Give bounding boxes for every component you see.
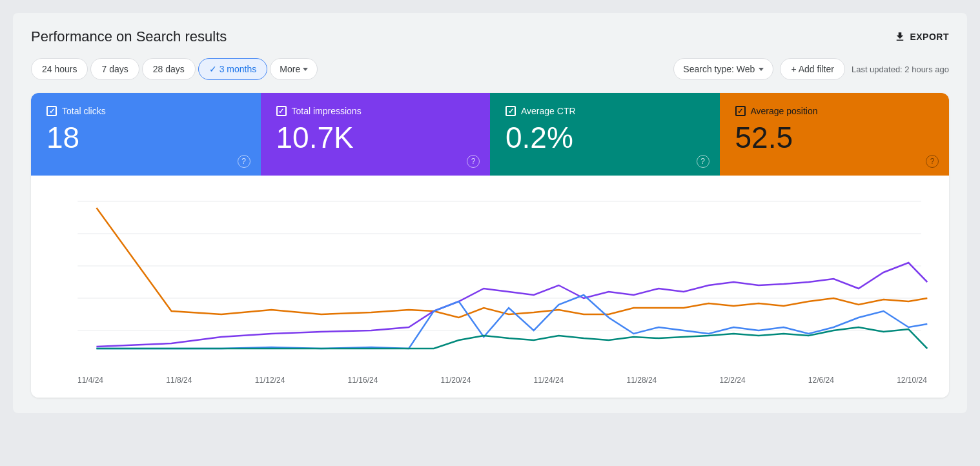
metric-ctr-label: Average CTR [505, 106, 704, 116]
time-btn-28d[interactable]: 28 days [142, 58, 196, 80]
export-icon [894, 31, 906, 43]
filter-left: 24 hours 7 days 28 days ✓ 3 months More [31, 58, 318, 80]
metrics-row: Total clicks 18 ? Total impressions 10.7… [31, 93, 949, 176]
metric-average-ctr[interactable]: Average CTR 0.2% ? [490, 93, 720, 176]
metric-ctr-info-icon: ? [697, 155, 709, 168]
page-title: Performance on Search results [31, 28, 227, 45]
more-label: More [280, 64, 300, 74]
x-label-2: 11/8/24 [166, 376, 192, 385]
x-label-5: 11/20/24 [441, 376, 471, 385]
x-label-4: 11/16/24 [348, 376, 378, 385]
metric-impressions-label: Total impressions [276, 106, 475, 116]
search-type-button[interactable]: Search type: Web [673, 58, 773, 80]
metric-position-label: Average position [735, 106, 934, 116]
export-button[interactable]: EXPORT [894, 31, 949, 43]
search-type-label: Search type: Web [683, 64, 755, 74]
metric-position-checkbox [735, 106, 746, 116]
add-filter-label: + Add filter [791, 64, 834, 74]
metric-impressions-checkbox [276, 106, 287, 116]
metric-ctr-value: 0.2% [505, 123, 704, 152]
time-btn-3m[interactable]: ✓ 3 months [198, 58, 267, 80]
main-card: Total clicks 18 ? Total impressions 10.7… [31, 93, 949, 398]
last-updated: Last updated: 2 hours ago [852, 65, 949, 74]
metric-ctr-checkbox [505, 106, 516, 116]
x-label-10: 12/10/24 [897, 376, 927, 385]
export-label: EXPORT [910, 32, 949, 42]
filter-right: Search type: Web + Add filter Last updat… [673, 58, 949, 80]
metric-average-position[interactable]: Average position 52.5 ? [720, 93, 950, 176]
metric-clicks-info-icon: ? [238, 155, 250, 168]
x-label-9: 12/6/24 [808, 376, 834, 385]
metric-clicks-checkbox [46, 106, 57, 116]
metric-impressions-value: 10.7K [276, 123, 475, 152]
time-btn-7d[interactable]: 7 days [90, 58, 139, 80]
x-label-8: 12/2/24 [720, 376, 746, 385]
time-btn-more[interactable]: More [270, 58, 318, 80]
x-axis-labels: 11/4/24 11/8/24 11/12/24 11/16/24 11/20/… [46, 372, 934, 387]
metric-impressions-info-icon: ? [467, 155, 480, 168]
x-label-7: 11/28/24 [627, 376, 657, 385]
metric-total-clicks[interactable]: Total clicks 18 ? [31, 93, 261, 176]
metric-clicks-value: 18 [46, 123, 245, 152]
metric-clicks-label: Total clicks [46, 106, 245, 116]
chart-container: 11/4/24 11/8/24 11/12/24 11/16/24 11/20/… [31, 176, 949, 398]
chevron-down-icon [303, 68, 308, 71]
search-type-chevron-icon [759, 68, 764, 71]
header: Performance on Search results EXPORT [31, 28, 949, 45]
x-label-6: 11/24/24 [534, 376, 564, 385]
metric-position-value: 52.5 [735, 123, 934, 152]
filter-row: 24 hours 7 days 28 days ✓ 3 months More … [31, 58, 949, 80]
page-container: Performance on Search results EXPORT 24 … [13, 13, 967, 413]
x-label-3: 11/12/24 [255, 376, 285, 385]
add-filter-button[interactable]: + Add filter [780, 58, 845, 80]
metric-position-info-icon: ? [926, 155, 939, 168]
performance-chart [46, 188, 934, 369]
metric-total-impressions[interactable]: Total impressions 10.7K ? [261, 93, 491, 176]
time-btn-24h[interactable]: 24 hours [31, 58, 88, 80]
x-label-1: 11/4/24 [77, 376, 103, 385]
